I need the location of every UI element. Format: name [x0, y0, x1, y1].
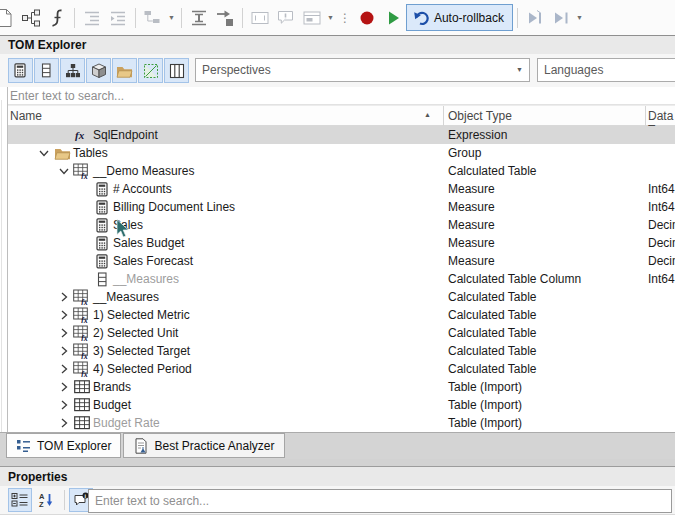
object-name: SqlEndpoint [93, 128, 158, 142]
chevron-right-icon[interactable] [56, 363, 72, 375]
chevron-right-icon[interactable] [56, 327, 72, 339]
properties-title-label: Properties [8, 470, 67, 484]
tab-label: TOM Explorer [37, 439, 111, 453]
show-kpis-icon [91, 63, 107, 79]
tree-row-sqlendpoint[interactable]: fxSqlEndpointExpression [8, 126, 675, 144]
show-hierarchies-icon [65, 63, 81, 79]
tree-row-tables[interactable]: TablesGroup [8, 144, 675, 162]
object-name: 3) Selected Target [93, 344, 190, 358]
show-table-columns-button[interactable] [164, 58, 189, 83]
splitter[interactable] [0, 459, 675, 466]
tab-tom-explorer[interactable]: TOM Explorer [6, 433, 121, 458]
column-divider[interactable] [443, 106, 444, 127]
column-header-name[interactable]: Name [10, 109, 42, 123]
tree-row-1-selected-metric[interactable]: fx1) Selected MetricCalculated Table [8, 306, 675, 324]
chevron-right-icon[interactable] [56, 381, 72, 393]
auto-rollback-button[interactable]: Auto-rollback [406, 4, 513, 31]
column-divider[interactable] [645, 106, 646, 127]
properties-search-input[interactable]: Enter text to search... [88, 489, 672, 513]
fx-icon: fx [72, 128, 92, 142]
show-kpis-button[interactable] [86, 58, 111, 83]
data-type: Int64 [648, 272, 675, 286]
chevron-right-icon[interactable] [56, 399, 72, 411]
align-stack-icon[interactable] [187, 6, 211, 30]
tom-explorer-search-input[interactable]: Enter text to search... [8, 87, 675, 105]
form-window-icon [300, 6, 324, 30]
tree-row-measures[interactable]: fx__MeasuresCalculated Table [8, 288, 675, 306]
tree-row-demo-measures[interactable]: fx__Demo MeasuresCalculated Table [8, 162, 675, 180]
tree-row-2-selected-unit[interactable]: fx2) Selected UnitCalculated Table [8, 324, 675, 342]
chevron-right-icon[interactable] [56, 417, 72, 429]
measure-icon [92, 218, 112, 233]
script-icon[interactable] [45, 6, 69, 30]
folder-icon [52, 146, 72, 160]
toolbar-separator [181, 8, 182, 28]
new-document-icon[interactable] [0, 6, 17, 30]
properties-panel-title: Properties [0, 466, 675, 486]
play-icon[interactable] [381, 6, 405, 30]
chevron-down-icon[interactable]: ▼ [516, 66, 523, 73]
tom-explorer-panel-title: TOM Explorer [0, 35, 675, 54]
sort-ascending-icon: ▲ [424, 111, 431, 118]
alphabetical-sort-button[interactable]: AZ [34, 488, 58, 512]
main-toolbar: ▼▼⋮Auto-rollback▼ [0, 0, 675, 35]
measure-icon [92, 200, 112, 215]
tree-row-budget-rate[interactable]: Budget RateTable (Import) [8, 414, 675, 432]
object-type: Calculated Table [448, 164, 537, 178]
chevron-right-icon[interactable] [56, 345, 72, 357]
object-type: Calculated Table [448, 362, 537, 376]
tree-row-sales-forecast[interactable]: Sales ForecastMeasureDecimal [8, 252, 675, 270]
object-type: Calculated Table [448, 308, 537, 322]
languages-combobox[interactable]: Languages [537, 58, 675, 82]
chevron-down-icon[interactable] [36, 147, 52, 159]
chevron-right-icon[interactable] [56, 291, 72, 303]
tree-row-sales[interactable]: SalesMeasureDecimal [8, 216, 675, 234]
tree-row-sales-budget[interactable]: Sales BudgetMeasureDecimal [8, 234, 675, 252]
tree-list-icon [16, 438, 32, 454]
chevron-down-icon[interactable]: ▼ [327, 14, 334, 21]
show-columns-icon [41, 63, 52, 78]
show-partitions-button[interactable] [138, 58, 163, 83]
show-columns-button[interactable] [34, 58, 59, 83]
tree-row-billing-document-lines[interactable]: Billing Document LinesMeasureInt64 [8, 198, 675, 216]
column-header-object-type[interactable]: Object Type [448, 109, 512, 123]
model-tree-icon[interactable] [19, 6, 43, 30]
svg-text:fx: fx [81, 352, 88, 360]
show-measures-button[interactable] [8, 58, 33, 83]
tree-row-accounts[interactable]: # AccountsMeasureInt64 [8, 180, 675, 198]
object-type: Expression [448, 128, 507, 142]
show-folders-button[interactable] [112, 58, 137, 83]
calc-table-icon: fx [72, 163, 92, 179]
data-type: Decimal [648, 254, 675, 268]
object-type: Calculated Table [448, 290, 537, 304]
categorized-button[interactable] [8, 488, 32, 512]
toolbar-separator [64, 490, 65, 510]
object-name: # Accounts [113, 182, 172, 196]
chevron-down-icon[interactable] [56, 165, 72, 177]
record-icon[interactable] [355, 6, 379, 30]
perspectives-combobox[interactable]: Perspectives ▼ [195, 58, 530, 82]
tree-row-budget[interactable]: BudgetTable (Import) [8, 396, 675, 414]
chevron-right-icon[interactable] [56, 309, 72, 321]
object-type: Calculated Table [448, 344, 537, 358]
show-table-columns-icon [169, 63, 185, 79]
tree-row-4-selected-period[interactable]: fx4) Selected PeriodCalculated Table [8, 360, 675, 378]
toolbar-separator [517, 8, 518, 28]
object-type: Measure [448, 254, 495, 268]
chevron-down-icon[interactable]: ▼ [168, 14, 175, 21]
tree-row-measures[interactable]: __MeasuresCalculated Table ColumnInt64 [8, 270, 675, 288]
indent-lines-icon [80, 6, 104, 30]
measure-icon [92, 254, 112, 269]
object-type: Measure [448, 200, 495, 214]
tree-row-brands[interactable]: BrandsTable (Import) [8, 378, 675, 396]
show-hierarchies-button[interactable] [60, 58, 85, 83]
goto-icon[interactable] [213, 6, 237, 30]
object-name: 1) Selected Metric [93, 308, 190, 322]
toolbar-overflow-handle[interactable]: ⋮ [339, 11, 351, 25]
show-partitions-icon [143, 63, 159, 79]
measure-icon [92, 236, 112, 251]
tree-row-3-selected-target[interactable]: fx3) Selected TargetCalculated Table [8, 342, 675, 360]
chevron-down-icon[interactable]: ▼ [576, 14, 583, 21]
tab-best-practice-analyzer[interactable]: Best Practice Analyzer [123, 433, 284, 458]
data-type: Int64 [648, 182, 675, 196]
